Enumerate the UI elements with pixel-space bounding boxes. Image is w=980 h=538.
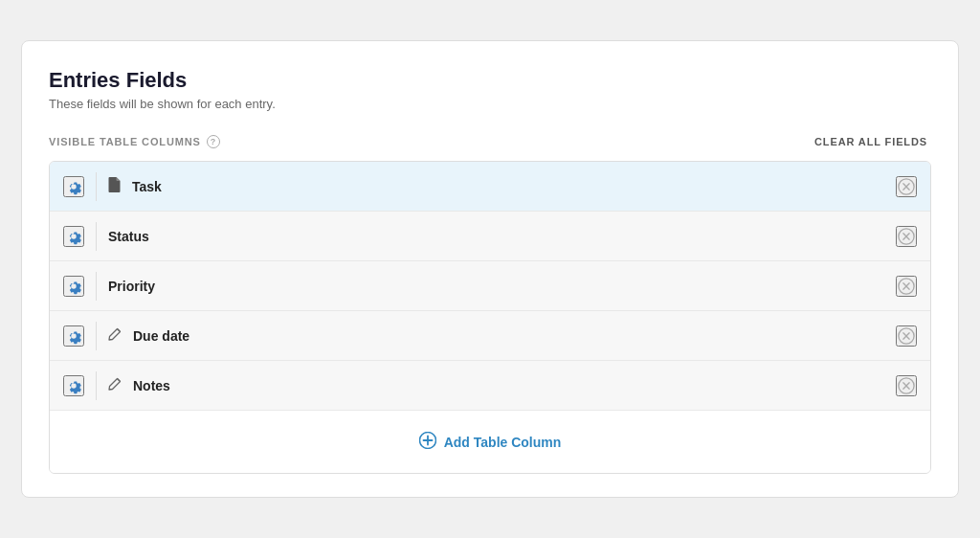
remove-icon [898, 327, 915, 345]
column-separator [96, 222, 97, 251]
column-separator [96, 172, 97, 201]
column-label: Due date [133, 328, 884, 344]
pencil-icon [108, 327, 122, 344]
help-icon[interactable]: ? [207, 135, 220, 148]
column-row: Task [50, 162, 930, 212]
remove-column-button[interactable] [896, 276, 917, 297]
section-header: VISIBLE TABLE COLUMNS ? CLEAR ALL FIELDS [49, 134, 931, 149]
remove-column-button[interactable] [896, 325, 917, 347]
column-label: Notes [133, 378, 884, 393]
remove-icon [898, 377, 915, 394]
pencil-icon [108, 377, 122, 393]
column-separator [96, 322, 97, 350]
column-row: Due date [50, 311, 930, 361]
columns-container: Task Status Priority Due date [49, 161, 931, 474]
gear-icon-button[interactable] [63, 176, 84, 197]
column-label: Priority [108, 279, 884, 294]
gear-icon-button[interactable] [63, 375, 84, 396]
page-subtitle: These fields will be shown for each entr… [49, 97, 931, 111]
remove-icon [898, 228, 915, 245]
gear-icon-button[interactable] [63, 226, 84, 247]
gear-icon-button[interactable] [63, 276, 84, 297]
column-label: Task [132, 179, 884, 194]
add-table-column-button[interactable]: Add Table Column [412, 428, 569, 456]
section-label: VISIBLE TABLE COLUMNS ? [49, 135, 220, 148]
remove-column-button[interactable] [896, 176, 917, 197]
entries-fields-card: Entries Fields These fields will be show… [21, 40, 959, 498]
clear-all-button[interactable]: CLEAR ALL FIELDS [811, 134, 931, 149]
remove-icon [898, 278, 915, 295]
column-row: Status [50, 212, 930, 261]
gear-icon [65, 377, 82, 394]
add-column-row: Add Table Column [50, 411, 930, 473]
column-separator [96, 371, 97, 400]
column-label: Status [108, 229, 884, 244]
gear-icon [65, 228, 82, 245]
remove-column-button[interactable] [896, 226, 917, 247]
gear-icon-button[interactable] [63, 325, 84, 347]
gear-icon [65, 327, 82, 345]
column-row: Notes [50, 361, 930, 411]
remove-icon [898, 178, 915, 195]
remove-column-button[interactable] [896, 375, 917, 396]
file-icon [108, 177, 121, 195]
gear-icon [65, 178, 82, 195]
column-row: Priority [50, 261, 930, 311]
page-title: Entries Fields [49, 68, 931, 93]
gear-icon [65, 278, 82, 295]
plus-circle-icon [419, 432, 436, 452]
column-separator [96, 272, 97, 301]
add-column-label: Add Table Column [444, 435, 562, 450]
